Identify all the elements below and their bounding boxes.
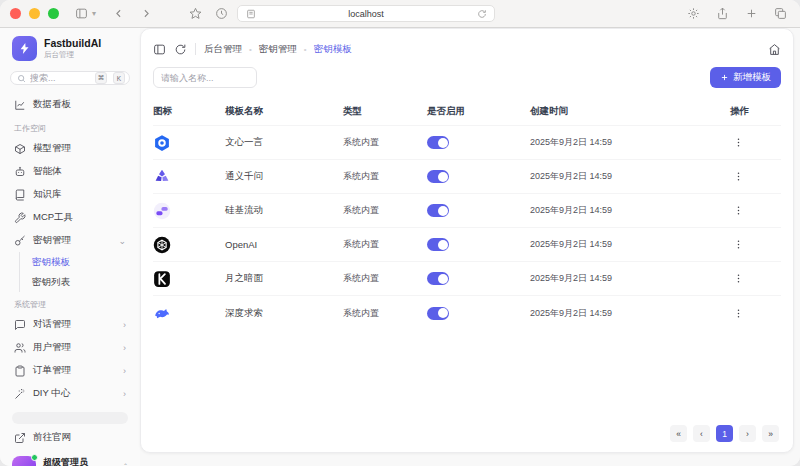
bookmark-star-icon[interactable]	[185, 4, 205, 24]
sidebar-item-label: 密钥管理	[33, 234, 71, 247]
openai-logo-icon	[153, 236, 171, 254]
breadcrumb-item[interactable]: 后台管理	[204, 43, 242, 56]
reload-icon[interactable]	[475, 7, 488, 20]
first-page-button[interactable]: «	[670, 425, 687, 442]
window-controls	[10, 8, 59, 19]
wenxin-yiyan-logo-icon	[153, 134, 171, 152]
section-workspace: 工作空间	[10, 116, 130, 137]
online-status-dot	[31, 454, 38, 461]
more-actions-icon[interactable]	[730, 203, 746, 219]
kbd-cmd: ⌘	[95, 72, 107, 84]
prev-page-button[interactable]: ‹	[693, 425, 710, 442]
home-icon[interactable]	[768, 43, 781, 56]
sidebar-item-order-management[interactable]: 订单管理 ›	[10, 359, 130, 382]
template-type: 系统内置	[343, 170, 427, 183]
template-name: 月之暗面	[225, 272, 343, 285]
breadcrumb-item-current[interactable]: 密钥模板	[314, 43, 352, 56]
chevron-right-icon: ›	[123, 320, 126, 330]
section-system: 系统管理	[10, 292, 130, 313]
table-row: 通义千问 系统内置 2025年9月2日 14:59	[153, 160, 781, 194]
brand-logo-row[interactable]: FastbuildAI 后台管理	[10, 34, 130, 63]
sidebar-item-label: 密钥列表	[32, 276, 70, 289]
sidebar-item-knowledge[interactable]: 知识库	[10, 183, 130, 206]
users-icon	[14, 342, 26, 354]
close-window-button[interactable]	[10, 8, 21, 19]
content-card: 后台管理 • 密钥管理 • 密钥模板 新增模板	[140, 28, 794, 453]
share-icon[interactable]	[712, 4, 732, 24]
user-name: 超级管理员	[43, 457, 88, 466]
sidebar-item-dashboard[interactable]: 数据看板	[10, 93, 130, 116]
sidebar-item-label: 订单管理	[33, 364, 71, 377]
column-header-type: 类型	[343, 105, 427, 118]
minimize-window-button[interactable]	[29, 8, 40, 19]
enable-toggle[interactable]	[427, 238, 449, 251]
last-page-button[interactable]: »	[762, 425, 779, 442]
settings-gear-icon[interactable]	[683, 4, 703, 24]
enable-toggle[interactable]	[427, 204, 449, 217]
chevron-right-icon: ›	[123, 389, 126, 399]
avatar	[12, 456, 36, 466]
page-header: 后台管理 • 密钥管理 • 密钥模板	[153, 39, 781, 59]
address-bar[interactable]: localhost	[237, 5, 495, 22]
sidebar-item-key-list[interactable]: 密钥列表	[28, 272, 130, 292]
cube-icon	[14, 143, 26, 155]
column-header-enabled: 是否启用	[427, 105, 530, 118]
new-tab-plus-icon[interactable]	[741, 4, 761, 24]
template-type: 系统内置	[343, 307, 427, 320]
sidebar-search[interactable]: ⌘ K	[10, 71, 130, 85]
breadcrumb-separator: •	[249, 45, 252, 54]
sidebar-item-label: MCP工具	[33, 211, 73, 224]
more-actions-icon[interactable]	[730, 169, 746, 185]
template-type: 系统内置	[343, 204, 427, 217]
table-row: OpenAI 系统内置 2025年9月2日 14:59	[153, 228, 781, 262]
tab-overview-icon[interactable]	[770, 4, 790, 24]
chevron-down-icon[interactable]: ▾	[92, 9, 96, 18]
history-clock-icon[interactable]	[211, 4, 231, 24]
enable-toggle[interactable]	[427, 272, 449, 285]
forward-icon[interactable]	[136, 4, 156, 24]
more-actions-icon[interactable]	[730, 271, 746, 287]
zoom-window-button[interactable]	[48, 8, 59, 19]
sidebar-item-diy-center[interactable]: DIY 中心 ›	[10, 382, 130, 405]
template-name: OpenAI	[225, 239, 343, 250]
more-actions-icon[interactable]	[730, 237, 746, 253]
sidebar-item-mcp-tools[interactable]: MCP工具	[10, 206, 130, 229]
enable-toggle[interactable]	[427, 136, 449, 149]
browser-sidebar-icon[interactable]	[71, 4, 91, 24]
column-header-created: 创建时间	[530, 105, 730, 118]
collapse-sidebar-icon[interactable]	[153, 43, 166, 56]
plus-icon	[720, 73, 729, 82]
sidebar-item-models[interactable]: 模型管理	[10, 137, 130, 160]
sidebar-item-label: 密钥模板	[32, 256, 70, 269]
refresh-icon[interactable]	[174, 43, 187, 56]
more-actions-icon[interactable]	[730, 305, 746, 321]
brand-logo-icon	[12, 36, 37, 61]
breadcrumb-item[interactable]: 密钥管理	[259, 43, 297, 56]
sidebar-item-official-website[interactable]: 前往官网	[10, 426, 130, 449]
chevron-down-icon: ⌄	[118, 236, 126, 246]
sidebar-item-user-management[interactable]: 用户管理 ›	[10, 336, 130, 359]
sidebar-item-key-management[interactable]: 密钥管理 ⌄	[10, 229, 130, 252]
template-name: 通义千问	[225, 170, 343, 183]
sidebar: FastbuildAI 后台管理 ⌘ K 数据看板 工作空间 模型管理	[0, 28, 140, 466]
name-search-input[interactable]	[153, 67, 257, 88]
sidebar-item-agents[interactable]: 智能体	[10, 160, 130, 183]
next-page-button[interactable]: ›	[739, 425, 756, 442]
add-template-button[interactable]: 新增模板	[710, 67, 781, 88]
current-page-button[interactable]: 1	[716, 425, 733, 442]
external-link-icon	[14, 432, 26, 444]
chevron-right-icon: ›	[123, 366, 126, 376]
user-menu[interactable]: 超级管理员 admin ⌃⌃	[10, 454, 130, 466]
more-actions-icon[interactable]	[730, 135, 746, 151]
kbd-k: K	[113, 72, 125, 84]
url-text[interactable]: localhost	[257, 9, 475, 19]
enable-toggle[interactable]	[427, 170, 449, 183]
chat-icon	[14, 319, 26, 331]
created-at: 2025年9月2日 14:59	[530, 238, 730, 251]
sidebar-item-chat-management[interactable]: 对话管理 ›	[10, 313, 130, 336]
enable-toggle[interactable]	[427, 307, 449, 320]
back-icon[interactable]	[108, 4, 128, 24]
sidebar-search-input[interactable]	[30, 73, 91, 83]
sidebar-item-key-templates[interactable]: 密钥模板	[28, 252, 130, 272]
created-at: 2025年9月2日 14:59	[530, 307, 730, 320]
